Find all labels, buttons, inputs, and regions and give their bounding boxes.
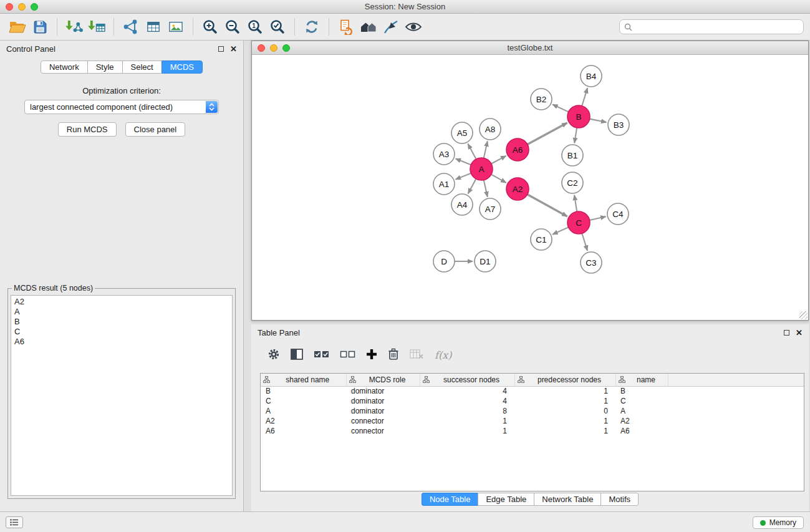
graph-edge-A-A6[interactable]: [491, 156, 506, 164]
criterion-dropdown[interactable]: largest connected component (directed): [24, 100, 219, 114]
deselect-all-columns-button[interactable]: [340, 349, 355, 361]
table-row[interactable]: A6connector11A6: [261, 426, 804, 436]
graph-node-A4[interactable]: A4: [451, 194, 473, 215]
new-network-button[interactable]: [120, 16, 142, 37]
graph-node-A5[interactable]: A5: [451, 122, 473, 143]
graph-node-A1[interactable]: A1: [433, 173, 455, 195]
zoom-network-window-button[interactable]: [282, 44, 290, 52]
annotation-mode-button[interactable]: [380, 16, 402, 37]
graph-edge-B-B1[interactable]: [574, 128, 577, 143]
network-canvas[interactable]: B4B2BB3A5A8A6B1A3AC2A1A2A4A7C4CC1C3DD1: [252, 55, 808, 320]
graph-node-C1[interactable]: C1: [531, 229, 552, 250]
tab-select[interactable]: Select: [122, 60, 162, 74]
zoom-actual-size-button[interactable]: 1: [244, 16, 266, 37]
graph-edge-A-A3[interactable]: [456, 158, 471, 165]
table-cell[interactable]: C: [261, 396, 346, 406]
search-input[interactable]: [635, 22, 799, 32]
graph-node-A2[interactable]: A2: [506, 178, 529, 200]
function-builder-button[interactable]: f(x): [435, 349, 451, 361]
graph-node-A7[interactable]: A7: [480, 198, 501, 220]
tab-network[interactable]: Network: [41, 60, 88, 74]
graph-node-A3[interactable]: A3: [433, 143, 455, 165]
show-hide-button[interactable]: [402, 16, 425, 37]
table-cell[interactable]: connector: [346, 426, 420, 436]
graph-edge-A-A5[interactable]: [468, 144, 476, 160]
table-cell[interactable]: A2: [261, 416, 346, 426]
graph-edge-B-B3[interactable]: [590, 119, 607, 122]
table-cell[interactable]: B: [261, 386, 346, 396]
mcds-result-item[interactable]: A: [13, 307, 230, 317]
tab-style[interactable]: Style: [87, 60, 123, 74]
table-cell[interactable]: 1: [420, 416, 514, 426]
table-cell[interactable]: 4: [420, 386, 514, 396]
show-columns-button[interactable]: [291, 349, 303, 362]
table-cell[interactable]: A6: [615, 426, 668, 436]
graph-node-D1[interactable]: D1: [475, 251, 496, 272]
apply-layout-button[interactable]: [301, 16, 323, 37]
graph-edge-C-C1[interactable]: [552, 227, 568, 234]
table-cell[interactable]: A2: [615, 416, 668, 426]
table-cell[interactable]: dominator: [346, 396, 420, 406]
home-button[interactable]: [357, 16, 380, 37]
tab-motifs[interactable]: Motifs: [600, 493, 639, 506]
table-cell[interactable]: dominator: [346, 406, 420, 416]
create-column-button[interactable]: [366, 349, 377, 362]
table-cell[interactable]: 1: [514, 386, 615, 396]
close-panel-button[interactable]: Close panel: [125, 122, 186, 137]
graph-node-A6[interactable]: A6: [506, 138, 529, 161]
zoom-in-button[interactable]: [199, 16, 221, 37]
table-cell[interactable]: 8: [420, 406, 514, 416]
table-row[interactable]: Adominator80A: [261, 406, 804, 416]
graph-edge-C-C3[interactable]: [582, 233, 587, 251]
graph-node-D[interactable]: D: [433, 251, 455, 272]
graph-node-A[interactable]: A: [470, 158, 493, 180]
close-panel-icon[interactable]: ✕: [230, 45, 237, 53]
graph-node-B4[interactable]: B4: [581, 65, 602, 87]
graph-node-C4[interactable]: C4: [607, 203, 629, 225]
table-cell[interactable]: B: [615, 386, 668, 396]
select-all-columns-button[interactable]: [314, 349, 329, 361]
minimize-window-button[interactable]: [18, 3, 26, 11]
tab-edge-table[interactable]: Edge Table: [478, 493, 534, 506]
export-image-button[interactable]: [165, 16, 187, 37]
float-panel-icon[interactable]: [218, 46, 224, 52]
graph-edge-C-C4[interactable]: [590, 216, 606, 220]
table-cell[interactable]: 4: [420, 396, 514, 406]
graph-edge-A2-C[interactable]: [528, 195, 567, 216]
column-header-predecessor-nodes[interactable]: predecessor nodes: [514, 374, 615, 386]
table-cell[interactable]: A6: [261, 426, 346, 436]
graph-edge-A-A4[interactable]: [468, 179, 476, 194]
tab-network-table[interactable]: Network Table: [534, 493, 601, 506]
save-session-button[interactable]: [29, 16, 51, 37]
graph-node-B1[interactable]: B1: [562, 145, 583, 166]
window-resize-grip[interactable]: [799, 311, 808, 319]
table-row[interactable]: Cdominator41C: [261, 396, 804, 406]
graph-node-C3[interactable]: C3: [581, 252, 602, 273]
mcds-result-item[interactable]: B: [13, 317, 230, 327]
column-header-mcds-role[interactable]: MCDS role: [346, 374, 420, 386]
graph-node-B2[interactable]: B2: [531, 89, 552, 110]
network-table-button[interactable]: [142, 16, 165, 37]
graph-edge-C-C2[interactable]: [574, 195, 577, 211]
import-table-button[interactable]: [85, 16, 108, 37]
zoom-fit-button[interactable]: [266, 16, 289, 37]
graph-edge-A-A2[interactable]: [491, 175, 506, 183]
column-header-successor-nodes[interactable]: successor nodes: [420, 374, 514, 386]
table-cell[interactable]: A: [261, 406, 346, 416]
graph-node-B[interactable]: B: [567, 105, 590, 128]
float-table-panel-icon[interactable]: [784, 330, 789, 336]
open-session-button[interactable]: [6, 16, 29, 37]
zoom-window-button[interactable]: [31, 3, 38, 11]
table-cell[interactable]: connector: [346, 416, 420, 426]
column-header-shared-name[interactable]: shared name: [261, 374, 346, 386]
network-window-titlebar[interactable]: testGlobe.txt: [252, 41, 808, 55]
zoom-out-button[interactable]: [221, 16, 244, 37]
table-cell[interactable]: 1: [420, 426, 514, 436]
graph-edge-A-A1[interactable]: [456, 173, 471, 180]
column-header-name[interactable]: name: [615, 374, 668, 386]
minimize-network-window-button[interactable]: [270, 44, 277, 52]
mcds-result-item[interactable]: A2: [13, 297, 230, 307]
table-cell[interactable]: 1: [514, 416, 615, 426]
table-row[interactable]: A2connector11A2: [261, 416, 804, 426]
mcds-result-item[interactable]: A6: [13, 337, 230, 347]
